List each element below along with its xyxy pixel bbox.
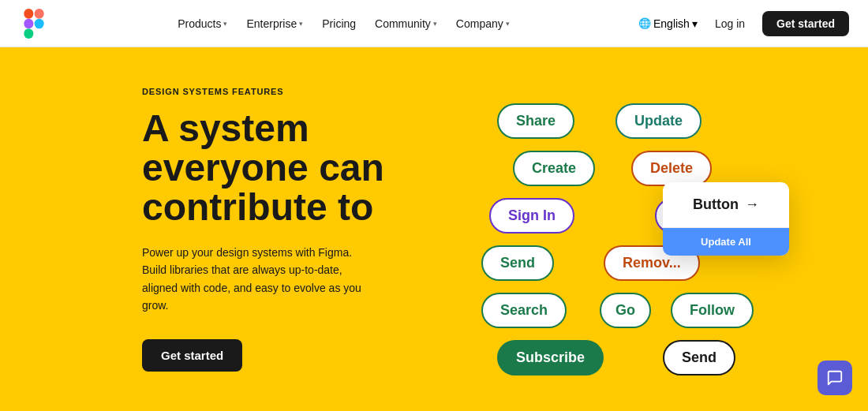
chevron-down-icon: ▾ [692,17,698,30]
pill-search[interactable]: Search [481,293,567,328]
hero-illustration: Share Update Create Delete Sign In Se...… [426,47,868,411]
pill-signin[interactable]: Sign In [489,198,574,234]
login-button[interactable]: Log in [704,13,756,35]
floating-card-button[interactable]: Button → [663,182,789,228]
hero-content: Design Systems Features A system everyon… [142,87,442,372]
nav-links: Products ▾ Enterprise ▾ Pricing Communit… [170,13,518,35]
pill-send[interactable]: Send [481,245,554,281]
language-selector[interactable]: 🌐 English ▾ [638,17,698,30]
floating-card: Button → Update All [663,182,789,256]
nav-enterprise[interactable]: Enterprise ▾ [238,13,311,35]
nav-products[interactable]: Products ▾ [170,13,235,35]
pill-go[interactable]: Go [600,293,651,328]
nav-pricing[interactable]: Pricing [314,13,364,35]
pill-delete[interactable]: Delete [631,151,712,186]
pill-create[interactable]: Create [513,151,595,186]
pill-follow[interactable]: Follow [671,293,754,328]
floating-button-label: Button [693,196,739,213]
svg-rect-1 [35,9,44,19]
pill-send2[interactable]: Send [663,340,735,376]
svg-rect-2 [24,18,33,28]
hero-eyebrow: Design Systems Features [142,87,442,96]
svg-rect-3 [24,28,33,39]
get-started-nav-button[interactable]: Get started [762,11,849,36]
hero-title: A system everyone can contribute to [142,109,442,228]
get-started-hero-button[interactable]: Get started [142,339,242,372]
svg-rect-4 [35,18,44,28]
globe-icon: 🌐 [638,17,651,29]
nav-right: 🌐 English ▾ Log in Get started [638,11,849,36]
hero-section: Design Systems Features A system everyon… [0,47,868,411]
chat-bubble-button[interactable] [817,361,852,395]
buttons-scene: Share Update Create Delete Sign In Se...… [473,88,821,372]
logo[interactable] [19,9,49,39]
chevron-down-icon: ▾ [223,20,227,28]
chevron-down-icon: ▾ [299,20,303,28]
pill-subscribe[interactable]: Subscribe [497,340,604,376]
nav-company[interactable]: Company ▾ [448,13,518,35]
chevron-down-icon: ▾ [433,20,437,28]
update-all-button[interactable]: Update All [663,228,789,256]
arrow-right-icon: → [745,196,759,213]
chevron-down-icon: ▾ [506,20,510,28]
pill-update[interactable]: Update [615,103,702,139]
svg-rect-0 [24,9,33,19]
navbar: Products ▾ Enterprise ▾ Pricing Communit… [0,0,868,47]
hero-description: Power up your design systems with Figma.… [142,244,363,315]
pill-share[interactable]: Share [497,103,574,139]
nav-community[interactable]: Community ▾ [367,13,445,35]
